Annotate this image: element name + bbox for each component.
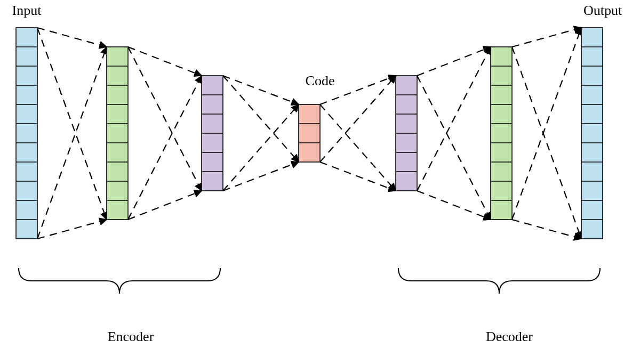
encoder-brace [19, 268, 220, 294]
connection-arrow [417, 47, 491, 76]
braces [19, 268, 600, 294]
layer-L2 [202, 76, 223, 191]
svg-rect-26 [299, 104, 320, 162]
connection-arrow [512, 28, 581, 47]
decoder-label: Decoder [486, 329, 533, 344]
layer-L1 [107, 47, 128, 220]
connection-arrow [417, 76, 491, 220]
connection-arrow [37, 28, 107, 47]
connection-arrow [320, 104, 396, 191]
connection-arrow [223, 162, 299, 191]
svg-rect-0 [16, 28, 37, 239]
layer-L4 [396, 76, 417, 191]
connection-arrow [223, 76, 299, 104]
connection-arrow [320, 162, 396, 191]
layer-L0 [16, 28, 37, 239]
layer-L6 [581, 28, 603, 239]
connection-arrow [417, 191, 491, 220]
layer-L5 [491, 47, 512, 220]
connection-arrow [512, 220, 581, 239]
connection-arrow [37, 220, 107, 239]
output-label: Output [583, 3, 622, 18]
connection-arrow [37, 47, 107, 239]
svg-rect-35 [491, 47, 512, 220]
connection-arrow [128, 191, 202, 220]
autoencoder-diagram: Input Output Code Encoder Decoder [0, 0, 640, 364]
connection-arrow [512, 28, 581, 220]
svg-rect-44 [581, 28, 603, 239]
connection-arrow [37, 28, 107, 220]
connection-arrow [320, 76, 396, 162]
encoder-label: Encoder [108, 329, 154, 344]
connection-arrow [223, 104, 299, 191]
decoder-brace [398, 268, 600, 294]
connection-arrow [128, 47, 202, 191]
connection-arrow [417, 47, 491, 191]
input-label: Input [12, 3, 42, 18]
connection-arrow [512, 47, 581, 239]
layers [16, 28, 603, 239]
code-label: Code [306, 73, 335, 88]
connection-arrow [223, 76, 299, 162]
svg-rect-11 [107, 47, 128, 220]
layer-L3 [299, 104, 320, 162]
connection-arrow [128, 47, 202, 76]
connection-arrow [128, 76, 202, 220]
